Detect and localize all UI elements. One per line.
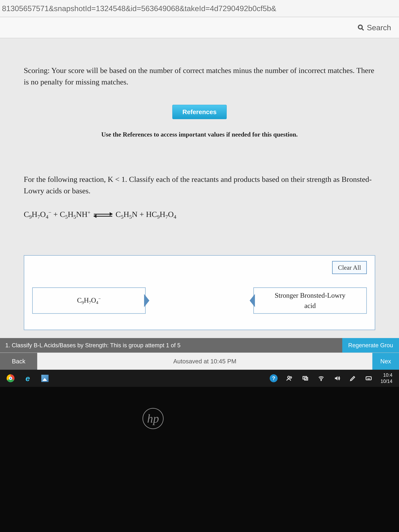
drag-handle-right-icon: [144, 294, 149, 307]
autosave-status: Autosaved at 10:45 PM: [37, 358, 372, 365]
svg-point-2: [288, 376, 290, 378]
next-button[interactable]: Nex: [372, 353, 399, 370]
navigation-bar: Back Autosaved at 10:45 PM Nex: [0, 353, 399, 370]
volume-tray-icon[interactable]: [333, 374, 341, 382]
help-tray-icon[interactable]: ?: [270, 374, 278, 382]
chrome-taskbar-icon[interactable]: [6, 374, 14, 382]
svg-point-3: [290, 377, 291, 378]
url-bar[interactable]: 81305657571&snapshotId=1324548&id=563649…: [0, 0, 399, 17]
people-tray-icon[interactable]: [285, 374, 293, 382]
classification-dropzone: Clear All C9H7O4− Stronger Bronsted-Lowr…: [24, 255, 375, 330]
clear-all-button[interactable]: Clear All: [332, 261, 367, 274]
references-hint: Use the References to access important v…: [24, 130, 375, 139]
svg-point-6: [321, 380, 321, 381]
top-toolbar: Search: [0, 17, 399, 38]
wifi-tray-icon[interactable]: [317, 374, 325, 382]
question-content: Scoring: Your score will be based on the…: [0, 38, 399, 338]
references-button[interactable]: References: [172, 105, 227, 119]
species-formula: C9H7O4−: [77, 295, 101, 306]
clock-tray[interactable]: 10:4 10/14: [380, 372, 393, 385]
laptop-bezel: hp: [0, 387, 399, 532]
svg-rect-7: [366, 377, 371, 380]
draggable-species-tile[interactable]: C9H7O4−: [32, 287, 146, 314]
svg-line-1: [362, 28, 364, 30]
photos-taskbar-icon[interactable]: [41, 374, 49, 382]
windows-taskbar: e ? 10:4 10/14: [0, 370, 399, 387]
attempt-status-bar: 1. Classify B-L Acids/Bases by Strength:…: [0, 338, 399, 353]
project-tray-icon[interactable]: [301, 374, 309, 382]
edge-taskbar-icon[interactable]: e: [24, 374, 32, 382]
search-button[interactable]: Search: [358, 23, 391, 32]
taskbar-time: 10:4: [380, 372, 393, 378]
category-drop-target[interactable]: Stronger Bronsted-Lowry acid: [253, 287, 367, 314]
hp-logo-icon: hp: [142, 408, 164, 429]
taskbar-date: 10/14: [380, 378, 393, 385]
regenerate-group-button[interactable]: Regenerate Grou: [342, 338, 399, 353]
chemical-equation: C9H7O4− + C5H5NH+ C5H5N + HC9H7O4: [24, 208, 375, 221]
back-button[interactable]: Back: [0, 353, 37, 370]
scoring-text: Scoring: Your score will be based on the…: [24, 65, 375, 88]
question-prompt: For the following reaction, K < 1. Class…: [24, 173, 375, 196]
pen-tray-icon[interactable]: [349, 374, 357, 382]
keyboard-tray-icon[interactable]: [365, 374, 373, 382]
attempt-status-text: 1. Classify B-L Acids/Bases by Strength:…: [0, 338, 342, 353]
search-label: Search: [367, 23, 391, 32]
category-label: Stronger Bronsted-Lowry acid: [275, 290, 345, 311]
search-icon: [358, 24, 364, 31]
drag-handle-left-icon: [250, 294, 255, 307]
svg-point-0: [358, 25, 362, 29]
